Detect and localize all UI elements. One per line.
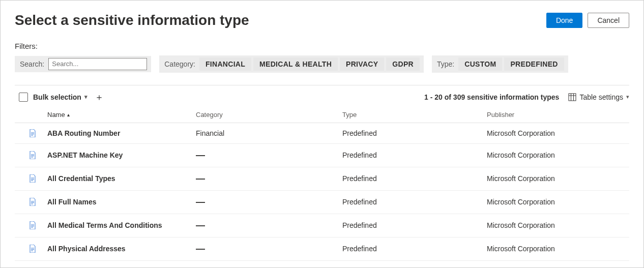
cell-publisher: Microsoft Corporation	[487, 198, 629, 206]
cell-type: Predefined	[342, 129, 487, 137]
cell-category: Financial	[196, 129, 342, 137]
cell-type: Predefined	[342, 245, 487, 253]
bulk-selection-label: Bulk selection	[33, 93, 81, 101]
type-pill-predefined[interactable]: PREDEFINED	[504, 57, 564, 71]
cell-publisher: Microsoft Corporation	[487, 151, 629, 159]
table-row[interactable]: All Physical Addresses — Predefined Micr…	[15, 237, 629, 261]
table-settings-label: Table settings	[579, 93, 623, 101]
dialog-window: Select a sensitive information type Done…	[0, 0, 644, 268]
cell-type: Predefined	[342, 198, 487, 206]
cancel-button[interactable]: Cancel	[588, 13, 629, 28]
filters-row: Search: Category: FINANCIAL MEDICAL & HE…	[15, 55, 629, 73]
cell-type: Predefined	[342, 151, 487, 159]
cell-publisher: Microsoft Corporation	[487, 245, 629, 253]
column-header-category[interactable]: Category	[196, 111, 342, 118]
table-settings-button[interactable]: Table settings ▾	[568, 93, 629, 101]
cell-name: ABA Routing Number	[47, 129, 196, 137]
header: Select a sensitive information type Done…	[15, 13, 629, 28]
document-icon	[29, 174, 36, 183]
row-icon	[15, 151, 47, 159]
cell-name: ASP.NET Machine Key	[47, 151, 196, 159]
type-pill-custom[interactable]: CUSTOM	[458, 57, 502, 71]
bulk-selection-dropdown[interactable]: Bulk selection ▾	[33, 93, 87, 101]
bulk-select-checkbox[interactable]	[19, 93, 28, 102]
svg-rect-0	[569, 94, 576, 101]
table-row[interactable]: All Full Names — Predefined Microsoft Co…	[15, 191, 629, 214]
filter-search-group: Search:	[15, 56, 151, 72]
cell-type: Predefined	[342, 221, 487, 229]
document-icon	[29, 245, 36, 253]
search-label: Search:	[20, 60, 45, 68]
column-header-type[interactable]: Type	[342, 111, 487, 118]
cell-type: Predefined	[342, 174, 487, 183]
toolbar-right: 1 - 20 of 309 sensitive information type…	[424, 93, 629, 101]
toolbar-left: Bulk selection ▾ ＋	[19, 93, 106, 102]
filters-label: Filters:	[15, 42, 629, 50]
category-pill-privacy[interactable]: PRIVACY	[340, 57, 384, 71]
category-pill-gdpr[interactable]: GDPR	[386, 57, 420, 71]
table-header-row: Name ▴ Category Type Publisher	[15, 107, 629, 123]
cell-name: All Physical Addresses	[47, 245, 196, 253]
sort-ascending-icon: ▴	[67, 112, 70, 117]
cell-category: —	[196, 220, 342, 231]
document-icon	[29, 151, 36, 159]
cell-name: All Full Names	[47, 198, 196, 206]
page-title: Select a sensitive information type	[15, 13, 249, 28]
table-row[interactable]: ASP.NET Machine Key — Predefined Microso…	[15, 144, 629, 167]
row-icon	[15, 245, 47, 253]
table-row[interactable]: ABA Routing Number Financial Predefined …	[15, 123, 629, 144]
add-button[interactable]: ＋	[93, 93, 106, 102]
cell-name: All Medical Terms And Conditions	[47, 221, 196, 229]
cell-category: —	[196, 197, 342, 207]
category-pill-medical[interactable]: MEDICAL & HEALTH	[253, 57, 338, 71]
type-label: Type:	[437, 60, 455, 68]
table-row[interactable]: All Medical Terms And Conditions — Prede…	[15, 214, 629, 237]
row-icon	[15, 129, 47, 137]
plus-icon: ＋	[95, 92, 104, 102]
cell-category: —	[196, 173, 342, 184]
document-icon	[29, 198, 36, 206]
category-label: Category:	[164, 60, 196, 68]
row-icon	[15, 221, 47, 229]
cell-publisher: Microsoft Corporation	[487, 174, 629, 183]
column-header-name[interactable]: Name ▴	[47, 111, 196, 118]
cell-publisher: Microsoft Corporation	[487, 221, 629, 229]
type-pills: CUSTOM PREDEFINED	[458, 57, 564, 71]
table-settings-icon	[568, 93, 576, 101]
sit-table: Name ▴ Category Type Publisher ABA Routi…	[15, 107, 629, 261]
row-icon	[15, 174, 47, 183]
filter-type-group: Type: CUSTOM PREDEFINED	[432, 55, 568, 73]
header-buttons: Done Cancel	[546, 13, 629, 28]
done-button[interactable]: Done	[546, 13, 582, 28]
cell-category: —	[196, 150, 342, 161]
document-icon	[29, 221, 36, 229]
row-icon	[15, 198, 47, 206]
document-icon	[29, 129, 36, 137]
toolbar: Bulk selection ▾ ＋ 1 - 20 of 309 sensiti…	[15, 85, 629, 107]
search-input[interactable]	[48, 58, 147, 70]
category-pills: FINANCIAL MEDICAL & HEALTH PRIVACY GDPR	[199, 57, 420, 71]
filter-category-group: Category: FINANCIAL MEDICAL & HEALTH PRI…	[159, 55, 424, 73]
cell-publisher: Microsoft Corporation	[487, 129, 629, 137]
cell-name: All Credential Types	[47, 174, 196, 183]
chevron-down-icon: ▾	[626, 94, 629, 100]
category-pill-financial[interactable]: FINANCIAL	[199, 57, 251, 71]
column-header-publisher[interactable]: Publisher	[487, 111, 629, 118]
chevron-down-icon: ▾	[84, 94, 87, 100]
cell-category: —	[196, 244, 342, 254]
table-row[interactable]: All Credential Types — Predefined Micros…	[15, 167, 629, 191]
pagination-text: 1 - 20 of 309 sensitive information type…	[424, 93, 559, 101]
